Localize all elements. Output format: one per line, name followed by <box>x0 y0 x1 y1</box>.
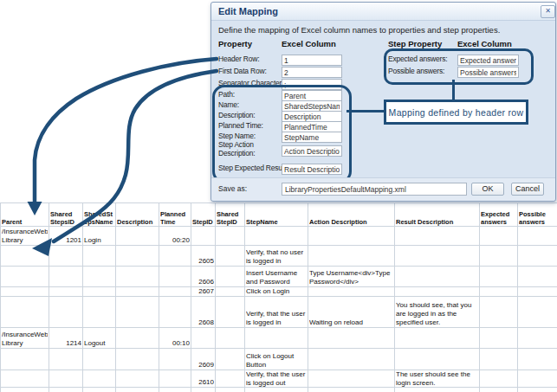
sheet-cell[interactable] <box>308 388 395 392</box>
sheet-header-cell[interactable]: Shared StepsID <box>49 203 83 227</box>
sheet-cell[interactable] <box>159 370 191 388</box>
sheet-header-cell[interactable]: Expected answers <box>480 203 518 227</box>
sheet-cell[interactable] <box>216 349 245 370</box>
sheet-header-cell[interactable]: Shared StepID <box>216 203 245 227</box>
sheet-cell[interactable] <box>1 297 49 328</box>
sheet-cell[interactable] <box>191 388 216 392</box>
sheet-cell[interactable] <box>49 287 83 297</box>
sheet-cell[interactable] <box>308 227 395 246</box>
save-as-input[interactable] <box>282 183 467 196</box>
sheet-cell[interactable] <box>216 388 245 392</box>
sheet-cell[interactable] <box>308 370 395 388</box>
close-icon[interactable]: ✕ <box>541 5 555 18</box>
sheet-cell[interactable]: Insert Username and Password <box>245 267 308 287</box>
sheet-cell[interactable]: 2610 <box>191 370 216 388</box>
sheet-cell[interactable]: 00:20 <box>159 227 191 246</box>
sheet-cell[interactable] <box>83 388 116 392</box>
sheet-cell[interactable] <box>83 246 116 267</box>
sheet-cell[interactable] <box>480 287 518 297</box>
sheet-cell[interactable] <box>245 388 308 392</box>
sheet-cell[interactable] <box>480 328 518 349</box>
sheet-cell[interactable] <box>116 297 159 328</box>
sheet-cell[interactable] <box>116 246 159 267</box>
sheet-cell[interactable] <box>480 227 518 246</box>
sheet-cell[interactable]: Verify, that the user is logged in <box>245 297 308 328</box>
sheet-cell[interactable] <box>518 267 557 287</box>
sheet-cell[interactable]: Click on Login <box>245 287 308 297</box>
sheet-cell[interactable] <box>518 287 557 297</box>
sheet-cell[interactable]: 2609 <box>191 349 216 370</box>
sheet-cell[interactable] <box>245 227 308 246</box>
field-input[interactable] <box>282 164 342 175</box>
sheet-cell[interactable] <box>159 349 191 370</box>
sheet-cell[interactable] <box>1 267 49 287</box>
sheet-header-cell[interactable]: Action Description <box>308 203 395 227</box>
sheet-cell[interactable] <box>83 287 116 297</box>
sheet-header-cell[interactable]: StepID <box>191 203 216 227</box>
sheet-cell[interactable] <box>191 227 216 246</box>
sheet-cell[interactable] <box>308 349 395 370</box>
sheet-cell[interactable] <box>116 287 159 297</box>
sheet-cell[interactable] <box>83 267 116 287</box>
sheet-cell[interactable]: Type Username<div>Type Password</div> <box>308 267 395 287</box>
sheet-cell[interactable] <box>480 297 518 328</box>
sheet-cell[interactable]: 2605 <box>191 246 216 267</box>
sheet-cell[interactable] <box>1 370 49 388</box>
dialog-titlebar[interactable]: Edit Mapping ✕ <box>211 3 555 21</box>
sheet-cell[interactable] <box>116 328 159 349</box>
sheet-cell[interactable] <box>216 287 245 297</box>
sheet-cell[interactable] <box>216 246 245 267</box>
sheet-cell[interactable] <box>159 388 191 392</box>
sheet-cell[interactable] <box>395 267 480 287</box>
sheet-cell[interactable] <box>518 349 557 370</box>
sheet-cell[interactable] <box>518 246 557 267</box>
sheet-header-cell[interactable]: Description <box>116 203 159 227</box>
sheet-cell[interactable] <box>1 349 49 370</box>
sheet-cell[interactable] <box>480 370 518 388</box>
sheet-cell[interactable] <box>116 388 159 392</box>
sheet-cell[interactable]: 2608 <box>191 297 216 328</box>
sheet-header-cell[interactable]: StepName <box>245 203 308 227</box>
sheet-cell[interactable]: You should see, that you are logged in a… <box>395 297 480 328</box>
sheet-header-cell[interactable]: Result Description <box>395 203 480 227</box>
sheet-cell[interactable] <box>1 388 49 392</box>
sheet-cell[interactable] <box>395 227 480 246</box>
sheet-cell[interactable] <box>395 388 480 392</box>
sheet-cell[interactable]: The user should see the login screen. <box>395 370 480 388</box>
sheet-cell[interactable] <box>245 328 308 349</box>
sheet-cell[interactable] <box>480 246 518 267</box>
sheet-cell[interactable] <box>116 370 159 388</box>
sheet-cell[interactable] <box>395 246 480 267</box>
sheet-cell[interactable]: Waiting on reload <box>308 297 395 328</box>
sheet-cell[interactable] <box>159 246 191 267</box>
sheet-cell[interactable]: 1201 <box>49 227 83 246</box>
sheet-cell[interactable]: 2607 <box>191 287 216 297</box>
sheet-cell[interactable] <box>1 246 49 267</box>
sheet-cell[interactable] <box>480 349 518 370</box>
sheet-cell[interactable] <box>49 349 83 370</box>
sheet-cell[interactable]: Login <box>83 227 116 246</box>
sheet-cell[interactable] <box>395 349 480 370</box>
sheet-cell[interactable] <box>49 297 83 328</box>
sheet-cell[interactable] <box>480 267 518 287</box>
sheet-cell[interactable] <box>159 287 191 297</box>
sheet-cell[interactable] <box>116 267 159 287</box>
sheet-cell[interactable]: Logout <box>83 328 116 349</box>
sheet-header-cell[interactable]: SharedSt epsName <box>83 203 116 227</box>
field-input[interactable] <box>282 145 342 157</box>
sheet-cell[interactable] <box>308 328 395 349</box>
sheet-cell[interactable] <box>83 297 116 328</box>
sheet-cell[interactable] <box>191 328 216 349</box>
sheet-header-cell[interactable]: Parent <box>1 203 49 227</box>
sheet-cell[interactable] <box>83 370 116 388</box>
sheet-cell[interactable] <box>480 388 518 392</box>
sheet-cell[interactable] <box>216 297 245 328</box>
sheet-cell[interactable] <box>116 349 159 370</box>
sheet-cell[interactable]: 2606 <box>191 267 216 287</box>
field-input[interactable] <box>282 79 342 90</box>
sheet-cell[interactable]: Verify, that no user is logged in <box>245 246 308 267</box>
sheet-cell[interactable] <box>159 267 191 287</box>
sheet-cell[interactable] <box>49 370 83 388</box>
sheet-cell[interactable] <box>308 246 395 267</box>
sheet-cell[interactable]: 1214 <box>49 328 83 349</box>
